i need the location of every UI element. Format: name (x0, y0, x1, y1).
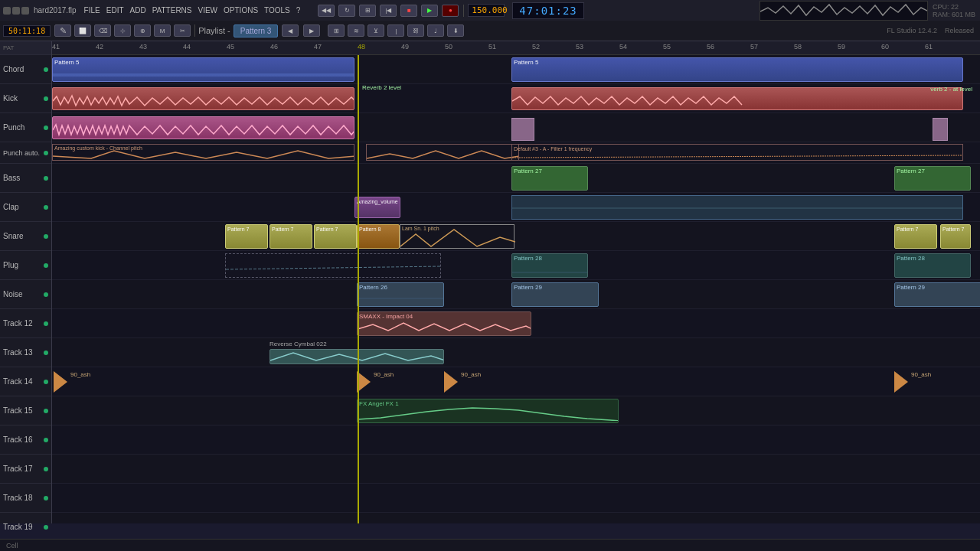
cpu-info: CPU: 22 (933, 3, 975, 11)
clip-fx-angel[interactable]: FX Angel FX 1 (357, 399, 619, 423)
maximize-btn[interactable] (12, 7, 20, 15)
clip-pattern8[interactable]: Pattern 8 (357, 224, 400, 249)
menu-view[interactable]: VIEW (198, 6, 218, 15)
clip-pattern7-1[interactable]: Pattern 7 (225, 224, 268, 249)
punch-right-small[interactable] (511, 118, 534, 141)
track-14[interactable]: Track 14 (0, 367, 51, 396)
play-btn[interactable]: ▶ (421, 5, 438, 17)
mute-tool[interactable]: M (154, 24, 171, 37)
loop-btn[interactable]: ↻ (338, 5, 355, 17)
clip-amazing-pitch[interactable] (366, 144, 519, 161)
ruler-mark-41: 41 (52, 43, 60, 51)
track-plug[interactable]: Plug (0, 251, 51, 280)
track-snare-dot (44, 234, 48, 239)
clip-amazing-volume[interactable]: Amazing_volume (354, 197, 400, 218)
clip-snare-pattern7-r2[interactable]: Pattern 7 (940, 224, 971, 249)
track-15[interactable]: Track 15 (0, 396, 51, 425)
track-labels: PAT Chord Kick Punch Punch auto. Bass Cl… (0, 41, 52, 523)
clip-pattern29[interactable]: Pattern 29 (511, 282, 599, 307)
grid-btn[interactable]: ⊞ (328, 24, 345, 37)
menu-help[interactable]: ? (296, 6, 301, 15)
pattern-selector[interactable]: Pattern 3 (234, 24, 279, 37)
record-btn[interactable]: ● (442, 5, 459, 17)
track-19-name: Track 19 (3, 523, 33, 531)
metronome-btn[interactable]: ♩ (427, 24, 444, 37)
menu-edit[interactable]: EDIT (106, 6, 124, 15)
ruler-mark-50: 50 (445, 43, 452, 51)
clip-chord-pattern5-left[interactable]: Pattern 5 (52, 57, 354, 82)
track-chord[interactable]: Chord (0, 55, 51, 84)
track-17[interactable]: Track 17 (0, 455, 51, 484)
playlist-area[interactable]: // We'll render ruler marks dynamically … (52, 41, 980, 523)
clip-kick-right[interactable] (511, 87, 963, 110)
menu-patterns[interactable]: PATTERNS (152, 6, 192, 15)
clip-punch-left[interactable] (52, 116, 354, 139)
track-punch-auto[interactable]: Punch auto. (0, 142, 51, 164)
draw-tool[interactable]: ✎ (54, 24, 71, 37)
close-btn[interactable] (21, 7, 29, 15)
track-kick[interactable]: Kick (0, 84, 51, 113)
reverb-label: Reverb 2 level (362, 84, 401, 91)
clip-pattern7-3[interactable]: Pattern 7 (314, 224, 357, 249)
track-16[interactable]: Track 16 (0, 425, 51, 455)
clip-smaxx[interactable]: SMAXX - Impact 04 (357, 311, 531, 336)
track-18[interactable]: Track 18 (0, 484, 51, 513)
clip-plug-auto[interactable] (225, 253, 441, 278)
menu-add[interactable]: ADD (130, 6, 146, 15)
track-13-dot (44, 350, 48, 355)
clip-pattern28-r[interactable]: Pattern 28 (894, 253, 971, 278)
track-col-header: PAT (0, 41, 51, 55)
clip-pattern27-left[interactable]: Pattern 27 (511, 166, 588, 191)
clip-punch-auto[interactable]: Amazing custom kick - Channel pitch (52, 144, 354, 161)
clip-pattern26[interactable]: Pattern 26 (357, 282, 444, 307)
p27-label: Pattern 27 (514, 168, 542, 174)
paint-tool[interactable]: ⬜ (74, 24, 91, 37)
select-tool[interactable]: ⊹ (114, 24, 131, 37)
clip-pattern28[interactable]: Pattern 28 (511, 253, 588, 278)
stop-btn[interactable]: ■ (400, 5, 417, 17)
clip-pattern29-r[interactable]: Pattern 29 (894, 282, 980, 307)
pattern-prev[interactable]: ◀ (282, 24, 299, 37)
ram-info: RAM: 601 MB (933, 11, 975, 18)
auto-label: Amazing custom kick - Channel pitch (54, 145, 142, 151)
clip-chord-right[interactable]: Pattern 5 (511, 57, 963, 82)
track-punch[interactable]: Punch (0, 113, 51, 142)
clip-default-filter[interactable]: Default #3 - A - Filter 1 frequency (511, 144, 963, 161)
scale-btn[interactable]: ≋ (348, 24, 364, 37)
record2-btn[interactable]: ⬇ (447, 24, 464, 37)
skip-btn[interactable]: ⊞ (359, 5, 376, 17)
zoom-tool[interactable]: ⊕ (134, 24, 151, 37)
slice-tool[interactable]: ✂ (174, 24, 191, 37)
bpm-display[interactable]: 150.000 (468, 4, 505, 17)
track-bass[interactable]: Bass (0, 164, 51, 193)
track-chord-dot (44, 67, 48, 72)
track-12[interactable]: Track 12 (0, 309, 51, 338)
snap-grid-btn[interactable]: | (387, 24, 404, 37)
clip-reverse-cymbal[interactable] (270, 349, 444, 364)
pattern-next[interactable]: ▶ (303, 24, 320, 37)
clip-snare-pattern7-r1[interactable]: Pattern 7 (894, 224, 937, 249)
row-clap: Amazing_volume // tick marks generated i… (52, 193, 980, 222)
clip-clap-right[interactable]: // tick marks generated inline (511, 195, 963, 220)
punch-right-small2[interactable] (933, 118, 948, 141)
clip-kick-left[interactable] (52, 87, 354, 110)
snap-btn[interactable]: |◀ (380, 5, 397, 17)
fl-version: FL Studio 12.4.2 (887, 27, 937, 34)
menu-file[interactable]: FILE (84, 6, 100, 15)
rewind-btn[interactable]: ◀◀ (318, 5, 335, 17)
track-13[interactable]: Track 13 (0, 338, 51, 367)
minimize-btn[interactable] (3, 7, 11, 15)
menu-options[interactable]: OPTIONS (224, 6, 258, 15)
track-19[interactable]: Track 19 (0, 513, 51, 542)
erase-tool[interactable]: ⌫ (94, 24, 111, 37)
clip-pattern27-right[interactable]: Pattern 27 (894, 166, 971, 191)
ruler-mark-56: 56 (707, 43, 714, 51)
track-noise[interactable]: Noise (0, 280, 51, 309)
filter-btn[interactable]: ⊻ (368, 24, 384, 37)
menu-tools[interactable]: TOOLS (264, 6, 290, 15)
link-btn[interactable]: ⛓ (407, 24, 424, 37)
clip-snare-auto[interactable]: Lam Sn. 1 pitch (400, 224, 514, 249)
clip-pattern7-2[interactable]: Pattern 7 (270, 224, 312, 249)
track-snare[interactable]: Snare (0, 222, 51, 251)
track-clap[interactable]: Clap (0, 193, 51, 222)
